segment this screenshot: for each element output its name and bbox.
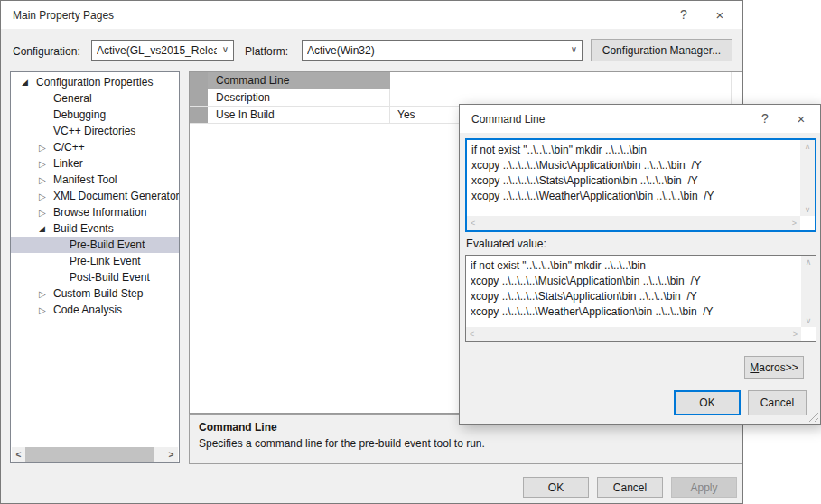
- property-name: Use In Build: [208, 107, 390, 123]
- property-row-command-line[interactable]: Command Line: [190, 72, 742, 89]
- tree-horizontal-scrollbar[interactable]: < >: [12, 447, 178, 462]
- tree-item-label: Build Events: [53, 222, 114, 235]
- configuration-combobox[interactable]: Active(GL_vs2015_Release ∨: [91, 40, 234, 61]
- tree-item-post-build-event[interactable]: Post-Build Event: [11, 269, 179, 285]
- row-gutter: [190, 89, 208, 106]
- scroll-left-icon[interactable]: <: [471, 217, 475, 229]
- cancel-button[interactable]: Cancel: [748, 390, 807, 415]
- configuration-manager-button[interactable]: Configuration Manager...: [591, 39, 732, 61]
- scroll-right-icon[interactable]: >: [792, 217, 797, 229]
- evaluated-value-text: if not exist "..\..\..\bin" mkdir ..\..\…: [471, 258, 799, 325]
- tree-item-label: XML Document Generator: [53, 190, 180, 202]
- tree-item-general[interactable]: General: [11, 90, 179, 107]
- tree-item-vc-directories[interactable]: VC++ Directories: [11, 123, 179, 139]
- configuration-value: Active(GL_vs2015_Release: [97, 44, 217, 57]
- cancel-button[interactable]: Cancel: [597, 477, 663, 498]
- tree-item-label: Code Analysis: [53, 303, 122, 316]
- horizontal-scrollbar[interactable]: < >: [466, 327, 801, 341]
- tree-item-xml-document-generator[interactable]: ▷XML Document Generator: [11, 188, 179, 204]
- scroll-up-icon[interactable]: ∧: [805, 140, 811, 153]
- tree-item-pre-link-event[interactable]: Pre-Link Event: [11, 253, 179, 269]
- vertical-scrollbar[interactable]: ∧ ∨: [801, 256, 816, 327]
- tree-collapsed-icon[interactable]: ▷: [39, 159, 53, 169]
- tree-item-label: Pre-Build Event: [70, 238, 145, 251]
- evaluated-value-textarea[interactable]: if not exist "..\..\..\bin" mkdir ..\..\…: [465, 255, 816, 342]
- main-dialog-titlebar[interactable]: Main Property Pages: [1, 1, 742, 29]
- configuration-tree-panel: ◢Configuration PropertiesGeneralDebuggin…: [10, 71, 180, 463]
- tree-item-label: Browse Information: [53, 206, 146, 219]
- tree-collapsed-icon[interactable]: ▷: [39, 143, 53, 153]
- main-dialog-title: Main Property Pages: [13, 9, 114, 22]
- property-value[interactable]: [390, 72, 732, 89]
- property-name: Command Line: [208, 72, 390, 89]
- command-line-dialog: Command Line ? × if not exist "..\..\..\…: [459, 104, 821, 425]
- apply-button: Apply: [671, 477, 737, 498]
- tree-collapsed-icon[interactable]: ▷: [39, 289, 53, 299]
- tree-item-label: Configuration Properties: [36, 76, 153, 89]
- tree-collapsed-icon[interactable]: ▷: [39, 305, 53, 315]
- scroll-down-icon[interactable]: ∨: [806, 314, 812, 327]
- tree-item-custom-build-step[interactable]: ▷Custom Build Step: [11, 285, 179, 302]
- tree-item-manifest-tool[interactable]: ▷Manifest Tool: [11, 172, 179, 188]
- close-icon[interactable]: ×: [708, 5, 732, 24]
- vertical-scrollbar[interactable]: ∧ ∨: [800, 140, 815, 216]
- property-name: Description: [208, 89, 390, 106]
- tree-item-label: Linker: [53, 157, 83, 170]
- resize-grip-icon[interactable]: [807, 410, 818, 422]
- scroll-left-icon[interactable]: <: [470, 328, 474, 341]
- platform-value: Active(Win32): [307, 44, 375, 57]
- row-gutter: [190, 72, 208, 89]
- tree-collapsed-icon[interactable]: ▷: [39, 191, 53, 201]
- property-description-text: Specifies a command line for the pre-bui…: [199, 437, 732, 450]
- scroll-up-icon[interactable]: ∧: [806, 256, 812, 268]
- macros-button-mnemonic: M: [750, 361, 759, 374]
- chevron-down-icon: ∨: [571, 44, 577, 54]
- configuration-label: Configuration:: [13, 45, 80, 58]
- tree-item-label: Post-Build Event: [70, 271, 150, 284]
- tree-item-code-analysis[interactable]: ▷Code Analysis: [11, 302, 179, 318]
- tree-expanded-icon[interactable]: ◢: [39, 224, 53, 233]
- tree-collapsed-icon[interactable]: ▷: [39, 175, 53, 185]
- tree-item-label: Custom Build Step: [53, 287, 143, 300]
- macros-button-label: acros>>: [759, 361, 798, 374]
- tree-item-configuration-properties[interactable]: ◢Configuration Properties: [11, 74, 179, 90]
- tree-expanded-icon[interactable]: ◢: [22, 78, 36, 87]
- ok-button[interactable]: OK: [523, 477, 589, 498]
- tree-item-browse-information[interactable]: ▷Browse Information: [11, 204, 179, 220]
- command-line-dialog-title: Command Line: [471, 113, 545, 126]
- ok-button[interactable]: OK: [674, 390, 741, 415]
- scroll-down-icon[interactable]: ∨: [805, 203, 811, 216]
- help-icon[interactable]: ?: [753, 108, 777, 128]
- tree-item-label: C/C++: [53, 141, 85, 154]
- tree-collapsed-icon[interactable]: ▷: [39, 208, 53, 218]
- tree-item-label: General: [53, 92, 92, 105]
- tree-item-label: Pre-Link Event: [70, 255, 141, 267]
- text-caret: [602, 190, 602, 203]
- tree-item-pre-build-event[interactable]: Pre-Build Event: [11, 237, 179, 253]
- platform-combobox[interactable]: Active(Win32) ∨: [302, 40, 583, 61]
- tree-item-linker[interactable]: ▷Linker: [11, 155, 179, 172]
- close-icon[interactable]: ×: [789, 108, 813, 128]
- row-gutter: [190, 107, 208, 123]
- scrollbar-thumb[interactable]: [25, 447, 154, 462]
- scroll-left-icon[interactable]: <: [12, 450, 25, 460]
- macros-button[interactable]: Macros>>: [744, 356, 804, 379]
- tree-item-label: Debugging: [53, 108, 106, 121]
- command-line-textarea[interactable]: if not exist "..\..\..\bin" mkdir ..\..\…: [465, 138, 816, 232]
- tree-item-c-c[interactable]: ▷C/C++: [11, 139, 179, 155]
- command-line-text: if not exist "..\..\..\bin" mkdir ..\..\…: [471, 143, 798, 214]
- evaluated-value-label: Evaluated value:: [466, 238, 546, 250]
- help-icon[interactable]: ?: [672, 5, 695, 24]
- configuration-tree: ◢Configuration PropertiesGeneralDebuggin…: [11, 74, 179, 318]
- tree-item-label: Manifest Tool: [53, 173, 117, 186]
- platform-label: Platform:: [245, 45, 288, 58]
- tree-item-debugging[interactable]: Debugging: [11, 107, 179, 123]
- scroll-right-icon[interactable]: >: [793, 328, 798, 341]
- horizontal-scrollbar[interactable]: < >: [467, 216, 800, 230]
- tree-item-label: VC++ Directories: [53, 125, 135, 137]
- screen: Main Property Pages ? × Configuration: A…: [0, 0, 821, 504]
- tree-item-build-events[interactable]: ◢Build Events: [11, 220, 179, 237]
- chevron-down-icon: ∨: [222, 44, 229, 54]
- scroll-right-icon[interactable]: >: [164, 450, 178, 460]
